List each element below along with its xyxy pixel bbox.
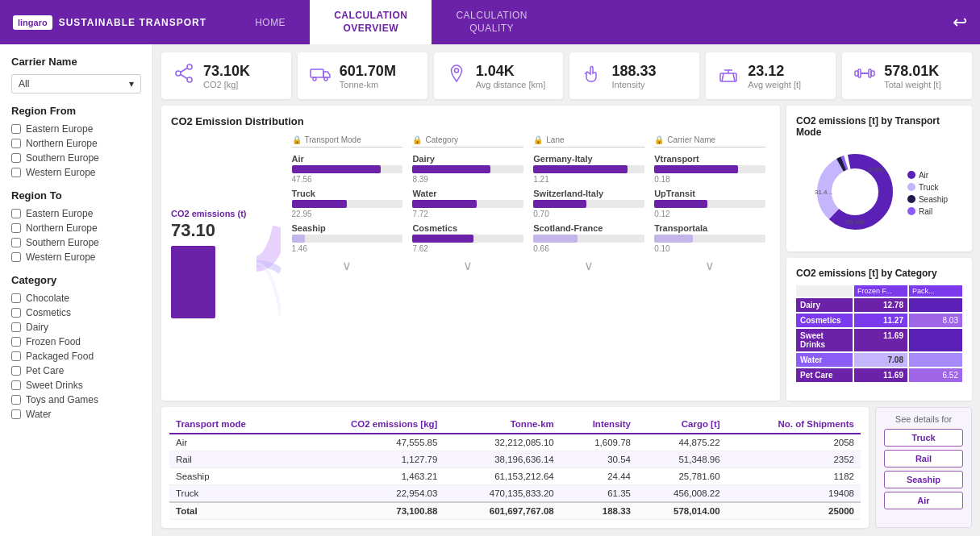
region-to-northern[interactable]: Northern Europe — [11, 222, 141, 234]
category-chart-title: CO2 emissions [t] by Category — [796, 268, 962, 279]
down-arrow-category: ∨ — [412, 258, 523, 273]
col-carrier-header: 🔒 Carrier Name — [654, 135, 765, 148]
sidebar: Carrier Name All ▾ Region From Eastern E… — [0, 44, 153, 536]
cat-pet-care[interactable]: Pet Care — [11, 365, 141, 376]
cat-frozen-food[interactable]: Frozen Food — [11, 336, 141, 347]
right-panel: CO2 emissions [t] by Transport Mode — [786, 106, 972, 401]
svg-point-23 — [832, 169, 878, 214]
co2-col-label: CO2 emissions (t) — [171, 209, 247, 218]
bar-uptransit: UpTransit 0.12 — [654, 189, 765, 218]
main-layout: Carrier Name All ▾ Region From Eastern E… — [0, 44, 980, 536]
region-from-section: Region From Eastern Europe Northern Euro… — [11, 105, 141, 178]
hand-icon — [581, 62, 603, 89]
detail-btn-truck[interactable]: Truck — [884, 429, 963, 447]
kpi-row: 73.10K CO2 [kg] 601.70M Tonne-km 1.04K — [161, 52, 972, 99]
cat-dairy-pack — [909, 298, 962, 312]
region-to-southern[interactable]: Southern Europe — [11, 237, 141, 248]
weight-icon — [717, 62, 740, 89]
back-button[interactable]: ↩ — [953, 12, 967, 33]
region-from-northern[interactable]: Northern Europe — [11, 138, 141, 149]
legend-seaship: Seaship — [907, 195, 948, 204]
col-carrier: 🔒 Carrier Name Vtransport 0.18 UpTransit… — [649, 135, 770, 391]
cat-header-frozen: Frozen F... — [854, 285, 907, 297]
cat-toys-games[interactable]: Toys and Games — [11, 394, 141, 405]
kpi-avg-weight-text: 23.12 Avg weight [t] — [748, 63, 801, 89]
legend-rail: Rail — [907, 207, 948, 216]
region-from-label: Region From — [11, 105, 141, 117]
down-arrow-lane: ∨ — [533, 258, 644, 273]
donut-legend: Air Truck Seaship — [907, 171, 948, 216]
table-row: Air 47,555.85 32,212,085.10 1,609.78 44,… — [169, 434, 861, 451]
tab-calculation-quality[interactable]: CALCULATIONQUALITY — [432, 0, 552, 44]
kpi-avg-dist: 1.04K Avg distance [km] — [434, 52, 564, 99]
legend-air-dot — [907, 171, 915, 179]
kpi-intensity: 188.33 Intensity — [569, 52, 699, 99]
region-from-western[interactable]: Western Europe — [11, 167, 141, 178]
bar-air: Air 47.56 — [292, 154, 403, 184]
kpi-total-weight: 578.01K Total weight [t] — [842, 52, 972, 99]
kpi-co2-text: 73.10K CO2 [kg] — [203, 63, 250, 89]
svg-point-0 — [176, 71, 181, 76]
col-tonne-km: Tonne-km — [444, 415, 560, 434]
region-to-western[interactable]: Western Europe — [11, 251, 141, 263]
kpi-co2: 73.10K CO2 [kg] — [161, 52, 291, 99]
detail-btn-air[interactable]: Air — [884, 492, 963, 509]
bar-switzerland-italy: Switzerland-Italy 0.70 — [533, 189, 644, 218]
region-to-eastern[interactable]: Eastern Europe — [11, 208, 141, 219]
cat-cosmetics-v2: 8.03 — [909, 314, 962, 327]
category-grid: Frozen F... Pack... Dairy 12.78 Cosmetic… — [796, 285, 962, 382]
kpi-total-weight-value: 578.01K — [884, 63, 940, 80]
tab-home[interactable]: HOME — [231, 0, 310, 44]
donut-title: CO2 emissions [t] by Transport Mode — [796, 115, 962, 138]
svg-rect-17 — [869, 69, 871, 77]
cat-packaged-food[interactable]: Packaged Food — [11, 351, 141, 362]
bar-cosmetics: Cosmetics 7.62 — [412, 223, 523, 253]
col-co2: CO2 emissions [kg] — [294, 415, 444, 434]
kpi-intensity-value: 188.33 — [611, 63, 656, 80]
table-row: Seaship 1,463.21 61,153,212.64 24.44 25,… — [169, 468, 861, 485]
cat-header-blank — [796, 285, 853, 297]
col-transport-mode: Transport mode — [169, 415, 294, 434]
kpi-dist-value: 1.04K — [476, 63, 546, 80]
kpi-avg-weight: 23.12 Avg weight [t] — [706, 52, 836, 99]
svg-point-7 — [324, 77, 327, 81]
tab-calculation-overview[interactable]: CALCULATIONOVERVIEW — [310, 0, 432, 44]
cat-cosmetics-v1: 11.27 — [854, 314, 907, 327]
kpi-tonne-km: 601.70M Tonne-km — [298, 52, 427, 99]
cat-row-dairy: Dairy — [796, 298, 853, 312]
region-from-southern[interactable]: Southern Europe — [11, 152, 141, 164]
bar-transportala: Transportala 0.10 — [654, 223, 765, 253]
col-shipments: No. of Shipments — [727, 415, 861, 434]
location-icon — [445, 62, 468, 89]
table-row: Truck 22,954.03 470,135,833.20 61.35 456… — [169, 485, 861, 503]
svg-point-8 — [454, 69, 458, 73]
cat-dairy[interactable]: Dairy — [11, 322, 141, 333]
nav-tabs: HOME CALCULATIONOVERVIEW CALCULATIONQUAL… — [231, 0, 953, 44]
legend-truck: Truck — [907, 183, 948, 192]
donut-svg-wrapper: 2.0% 31.4... 65.1% — [811, 148, 899, 239]
kpi-tonne-text: 601.70M Tonne-km — [340, 63, 396, 89]
cat-cosmetics[interactable]: Cosmetics — [11, 307, 141, 318]
bar-dairy: Dairy 8.39 — [412, 154, 523, 184]
cat-sweet-drinks[interactable]: Sweet Drinks — [11, 380, 141, 391]
region-from-eastern[interactable]: Eastern Europe — [11, 123, 141, 135]
bar-germany-italy: Germany-Italy 1.21 — [533, 154, 644, 184]
cat-water[interactable]: Water — [11, 409, 141, 420]
bar-water: Water 7.72 — [412, 189, 523, 218]
down-arrow-transport: ∨ — [292, 258, 403, 273]
svg-line-3 — [181, 69, 187, 73]
category-chart-card: CO2 emissions [t] by Category Frozen F..… — [786, 258, 972, 401]
col-transport-mode: 🔒 Transport Mode Air 47.56 Truck 22.95 — [287, 135, 408, 391]
detail-btn-rail[interactable]: Rail — [884, 450, 963, 467]
cat-header-pack: Pack... — [909, 285, 962, 297]
carrier-name-label: Carrier Name — [11, 56, 141, 68]
detail-btn-seaship[interactable]: Seaship — [884, 471, 963, 488]
svg-rect-5 — [311, 69, 323, 77]
category-label: Category — [11, 274, 141, 286]
svg-point-1 — [187, 64, 192, 69]
carrier-name-dropdown[interactable]: All ▾ — [11, 74, 141, 93]
dumbbell-icon — [853, 62, 876, 89]
kpi-total-weight-label: Total weight [t] — [884, 80, 940, 89]
cat-chocolate[interactable]: Chocolate — [11, 293, 141, 304]
col-category: 🔒 Category Dairy 8.39 Water 7.72 — [407, 135, 528, 391]
